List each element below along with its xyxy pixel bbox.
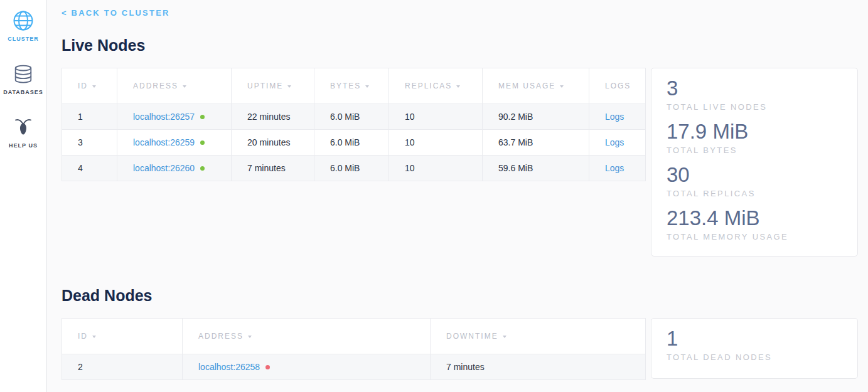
node-uptime-cell: 7 minutes [232,156,314,181]
column-header-downtime[interactable]: DOWNTIME [431,319,646,354]
stat-total-memory-usage: 213.4 MiB TOTAL MEMORY USAGE [667,206,842,243]
sidebar-item-databases[interactable]: DATABASES [0,63,46,95]
column-header-bytes[interactable]: BYTES [314,68,389,104]
node-address-cell: localhost:26260 [117,156,232,181]
sort-caret-icon [456,85,460,88]
sort-caret-icon [560,85,564,88]
column-header-uptime[interactable]: UPTIME [232,68,314,104]
sidebar-item-label: HELP US [9,142,38,149]
column-header-mem-usage[interactable]: MEM USAGE [483,68,589,104]
node-mem-usage-cell: 59.6 MiB [483,156,589,181]
stat-label: TOTAL REPLICAS [667,188,842,199]
stat-label: TOTAL MEMORY USAGE [667,231,842,243]
column-header-logs: LOGS [589,68,646,104]
node-status-dot [265,365,270,369]
globe-icon [12,9,35,32]
column-header-id[interactable]: ID [62,319,183,354]
node-id-cell: 4 [62,156,117,181]
column-header-address[interactable]: ADDRESS [117,68,232,104]
node-logs-link[interactable]: Logs [605,163,624,173]
live-nodes-title: Live Nodes [62,36,858,55]
node-id-cell: 1 [62,104,117,130]
live-nodes-table: ID ADDRESS UPTIME BYTES REPLICAS MEM USA… [62,68,646,181]
live-nodes-section: ID ADDRESS UPTIME BYTES REPLICAS MEM USA… [62,68,858,257]
node-uptime-cell: 20 minutes [232,130,314,156]
stat-total-replicas: 30 TOTAL REPLICAS [667,163,842,199]
sidebar-item-label: DATABASES [3,89,43,95]
dead-nodes-table: ID ADDRESS DOWNTIME 2 localhost:26258 7 … [62,318,646,380]
node-status-dot [200,115,205,119]
table-row: 3 localhost:26259 20 minutes 6.0 MiB 10 … [62,130,646,156]
stat-value: 213.4 MiB [667,206,842,230]
cockroach-icon [13,116,33,139]
node-mem-usage-cell: 63.7 MiB [483,130,589,156]
stat-label: TOTAL DEAD NODES [667,351,842,363]
node-status-dot [200,140,205,145]
table-row: 2 localhost:26258 7 minutes [62,354,646,380]
stat-total-live-nodes: 3 TOTAL LIVE NODES [667,77,842,113]
node-logs-link[interactable]: Logs [605,112,624,122]
stat-value: 3 [667,77,842,100]
sort-caret-icon [92,85,96,88]
stat-value: 17.9 MiB [667,120,842,144]
sort-caret-icon [365,85,369,88]
node-address-cell: localhost:26259 [117,130,232,156]
node-replicas-cell: 10 [389,130,483,156]
node-address-link[interactable]: localhost:26258 [198,362,260,372]
node-address-link[interactable]: localhost:26259 [133,137,195,147]
stat-label: TOTAL BYTES [667,144,842,156]
node-replicas-cell: 10 [389,156,483,181]
sort-caret-icon [503,336,506,338]
node-bytes-cell: 6.0 MiB [314,156,389,181]
sort-caret-icon [287,85,291,88]
live-nodes-summary-panel: 3 TOTAL LIVE NODES 17.9 MiB TOTAL BYTES … [651,68,858,257]
sort-caret-icon [92,336,96,338]
main-content: < BACK TO CLUSTER Live Nodes ID ADDRESS … [47,0,868,392]
table-row: 1 localhost:26257 22 minutes 6.0 MiB 10 … [62,104,646,130]
node-address-link[interactable]: localhost:26260 [133,163,195,173]
node-status-dot [200,166,205,171]
sort-caret-icon [248,336,252,338]
sidebar-item-cluster[interactable]: CLUSTER [0,9,46,42]
node-address-link[interactable]: localhost:26257 [133,112,195,122]
table-header-row: ID ADDRESS UPTIME BYTES REPLICAS MEM USA… [62,68,646,104]
column-header-id[interactable]: ID [62,68,117,104]
sidebar: CLUSTER DATABASES HELP US [0,0,47,392]
node-address-cell: localhost:26258 [183,354,431,380]
stat-value: 1 [667,327,842,351]
stat-value: 30 [667,163,842,187]
stat-total-dead-nodes: 1 TOTAL DEAD NODES [667,327,842,363]
column-header-replicas[interactable]: REPLICAS [389,68,483,104]
node-mem-usage-cell: 90.2 MiB [483,104,589,130]
sidebar-item-label: CLUSTER [8,36,39,42]
back-to-cluster-link[interactable]: < BACK TO CLUSTER [62,8,170,18]
table-row: 4 localhost:26260 7 minutes 6.0 MiB 10 5… [62,156,646,181]
node-logs-cell: Logs [589,156,646,181]
stat-total-bytes: 17.9 MiB TOTAL BYTES [667,120,842,156]
node-id-cell: 2 [62,354,183,380]
node-id-cell: 3 [62,130,117,156]
node-logs-link[interactable]: Logs [605,137,624,147]
sort-caret-icon [183,85,186,88]
table-header-row: ID ADDRESS DOWNTIME [62,319,646,354]
node-logs-cell: Logs [589,104,646,130]
stat-label: TOTAL LIVE NODES [667,101,842,113]
node-logs-cell: Logs [589,130,646,156]
sidebar-item-help-us[interactable]: HELP US [0,116,46,149]
dead-nodes-section: ID ADDRESS DOWNTIME 2 localhost:26258 7 … [62,318,858,380]
node-address-cell: localhost:26257 [117,104,232,130]
node-replicas-cell: 10 [389,104,483,130]
node-downtime-cell: 7 minutes [431,354,646,380]
node-bytes-cell: 6.0 MiB [314,104,389,130]
column-header-address[interactable]: ADDRESS [183,319,431,354]
dead-nodes-title: Dead Nodes [62,287,858,305]
node-bytes-cell: 6.0 MiB [314,130,389,156]
databases-icon [13,63,34,85]
node-uptime-cell: 22 minutes [232,104,314,130]
dead-nodes-summary-panel: 1 TOTAL DEAD NODES [651,318,858,379]
